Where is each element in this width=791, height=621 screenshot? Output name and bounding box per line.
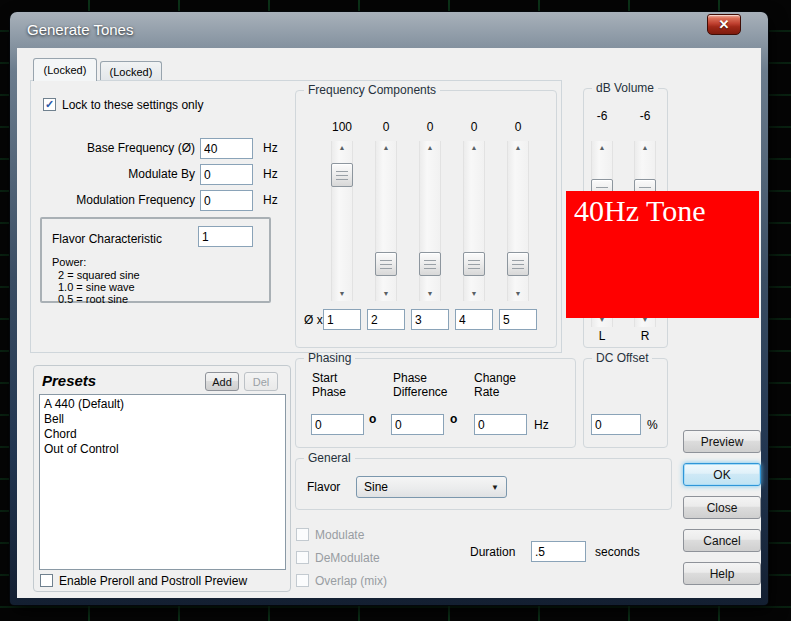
list-item[interactable]: Out of Control [40,442,285,457]
slider-thumb[interactable] [507,252,529,276]
titlebar[interactable]: Generate Tones ✕ [10,12,768,48]
close-dialog-button[interactable]: Close [683,496,761,519]
overlap-mix-label: Overlap (mix) [315,574,387,588]
generate-tones-dialog: Generate Tones ✕ (Locked) (Locked) ✓ Loc… [10,12,768,605]
multiplier-input-4[interactable] [455,309,493,330]
help-button[interactable]: Help [683,562,761,585]
multiplier-input-1[interactable] [323,309,361,330]
slider-up-icon[interactable]: ▲ [508,141,528,155]
modulation-frequency-input[interactable] [200,190,253,211]
slider-thumb[interactable] [375,252,397,276]
list-item[interactable]: A 440 (Default) [40,397,285,412]
slider-up-icon[interactable]: ▲ [332,141,352,155]
level-value: 0 [408,120,452,134]
preroll-preview-label: Enable Preroll and Postroll Preview [59,574,247,588]
level-value: 0 [496,120,540,134]
slider-up-icon[interactable]: ▲ [420,141,440,155]
add-label: Add [212,376,232,388]
add-preset-button[interactable]: Add [205,372,239,391]
slider-down-icon[interactable]: ▼ [420,287,440,301]
slider-down-icon[interactable]: ▼ [464,287,484,301]
modulation-frequency-label: Modulation Frequency [17,193,195,207]
label-line: Difference [393,385,447,399]
multiplier-input-3[interactable] [411,309,449,330]
slider-up-icon[interactable]: ▲ [376,141,396,155]
duration-input[interactable] [531,541,586,562]
duration-unit: seconds [595,545,640,559]
presets-title: Presets [42,372,96,389]
list-item[interactable]: Chord [40,427,285,442]
right-channel-label: R [627,329,663,343]
list-item[interactable]: Bell [40,412,285,427]
presets-panel: Presets Add Del A 440 (Default) Bell Cho… [33,365,291,592]
ok-button[interactable]: OK [683,463,761,486]
frequency-slider-4[interactable]: ▲ ▼ [463,141,485,301]
tab-locked-2[interactable]: (Locked) [100,61,162,81]
close-label: Close [707,501,738,515]
flavor-dropdown[interactable]: Sine ▼ [356,476,507,498]
label-line: Change [474,371,516,385]
slider-up-icon[interactable]: ▲ [464,141,484,155]
desktop-background: Generate Tones ✕ (Locked) (Locked) ✓ Loc… [0,0,791,621]
frequency-slider-5[interactable]: ▲ ▼ [507,141,529,301]
preview-button[interactable]: Preview [683,430,761,453]
right-volume-value: -6 [627,109,663,123]
slider-down-icon[interactable]: ▼ [508,287,528,301]
flavor-characteristic-input[interactable] [198,226,253,247]
flavor-value: Sine [364,480,388,494]
slider-down-icon[interactable]: ▼ [332,287,352,301]
presets-listbox[interactable]: A 440 (Default) Bell Chord Out of Contro… [39,394,286,570]
tone-overlay-text: 40Hz Tone [574,194,705,227]
cancel-button[interactable]: Cancel [683,529,761,552]
frequency-slider-1[interactable]: ▲ ▼ [331,141,353,301]
left-volume-value: -6 [584,109,620,123]
preroll-preview-checkbox[interactable] [40,574,53,587]
modulation-frequency-unit: Hz [263,193,278,207]
flavor-characteristic-label: Flavor Characteristic [52,232,162,246]
frequency-level-labels: 1000000 [320,117,552,135]
dropdown-arrow-icon: ▼ [491,484,499,492]
modulate-by-input[interactable] [200,164,253,185]
multiplier-input-5[interactable] [499,309,537,330]
frequency-slider-3[interactable]: ▲ ▼ [419,141,441,301]
slider-thumb[interactable] [419,252,441,276]
slider-down-icon[interactable]: ▼ [376,287,396,301]
tab-label: (Locked) [110,66,153,78]
db-volume-title: dB Volume [592,81,658,96]
start-phase-unit: o [369,412,376,426]
change-rate-unit: Hz [534,418,549,432]
dc-offset-unit: % [647,418,658,432]
start-phase-input[interactable] [311,414,364,435]
start-phase-label: Start Phase [312,371,346,399]
frequency-slider-2[interactable]: ▲ ▼ [375,141,397,301]
modulate-checkbox[interactable] [296,528,309,541]
delete-preset-button[interactable]: Del [244,372,278,391]
slider-thumb[interactable] [463,252,485,276]
overlap-mix-checkbox[interactable] [296,574,309,587]
slider-up-icon[interactable]: ▲ [635,141,655,155]
phase-difference-input[interactable] [391,414,444,435]
slider-thumb[interactable] [331,163,353,187]
modulate-by-unit: Hz [263,167,278,181]
flavor-label: Flavor [307,480,340,494]
close-button[interactable]: ✕ [707,14,741,35]
base-frequency-unit: Hz [263,141,278,155]
label-line: Rate [474,385,499,399]
level-value: 0 [364,120,408,134]
duration-label: Duration [470,545,515,559]
phase-difference-label: Phase Difference [393,371,447,399]
close-icon: ✕ [719,17,730,32]
help-label: Help [710,567,735,581]
dc-offset-input[interactable] [591,414,641,435]
change-rate-input[interactable] [474,414,527,435]
base-frequency-input[interactable] [200,138,253,159]
multiplier-input-2[interactable] [367,309,405,330]
phasing-group: Phasing Start Phase Phase Difference Cha… [295,358,576,448]
lock-settings-checkbox[interactable]: ✓ [43,98,56,111]
slider-up-icon[interactable]: ▲ [592,141,612,155]
tab-locked-1[interactable]: (Locked) [33,58,97,81]
flavor-characteristic-panel: Flavor Characteristic Power: 2 = squared… [40,217,271,303]
multiplier-label: Ø x [304,313,323,327]
ok-label: OK [713,468,730,482]
demodulate-checkbox[interactable] [296,551,309,564]
